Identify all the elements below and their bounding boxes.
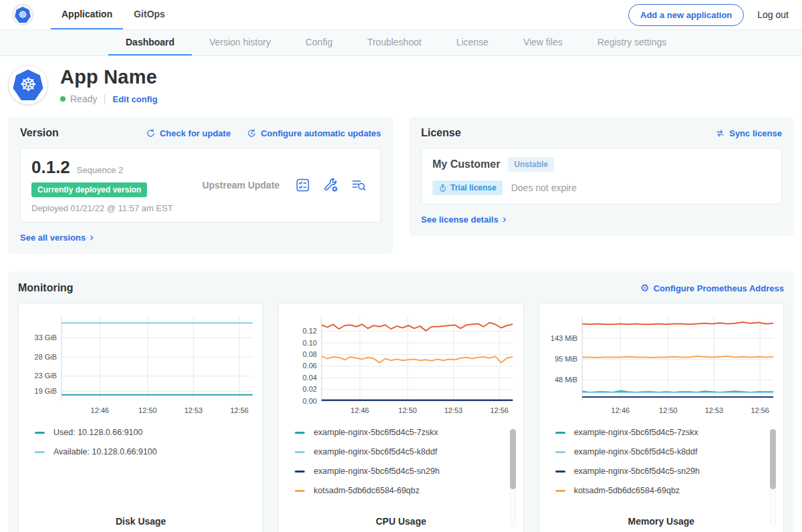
link-label: Configure automatic updates xyxy=(261,128,381,138)
scrollbar-thumb[interactable] xyxy=(510,429,516,489)
stopwatch-icon xyxy=(438,184,447,192)
legend-swatch xyxy=(555,432,565,434)
gear-icon: ⚙ xyxy=(640,283,649,293)
link-label: Check for update xyxy=(160,128,231,138)
app-sub-navbar: Dashboard Version history Config Trouble… xyxy=(0,29,802,56)
view-diff-icon[interactable] xyxy=(351,177,367,193)
chart-legend: example-nginx-5bc6f5d4c5-7zskxexample-ng… xyxy=(546,428,777,509)
subtab-label: View files xyxy=(523,37,563,47)
svg-text:0.04: 0.04 xyxy=(303,374,317,382)
tab-troubleshoot[interactable]: Troubleshoot xyxy=(350,30,438,55)
legend-scrollbar[interactable] xyxy=(510,429,516,527)
memory-usage-chart-card: 48 MiB95 MiB143 MiB12:4612:5012:5312:56 … xyxy=(539,303,784,532)
svg-text:12:46: 12:46 xyxy=(351,406,370,414)
svg-text:12:53: 12:53 xyxy=(444,406,463,414)
svg-text:12:46: 12:46 xyxy=(611,406,630,414)
legend-label: example-nginx-5bc6f5d4c5-sn29h xyxy=(574,467,700,476)
tab-view-files[interactable]: View files xyxy=(506,30,580,55)
configure-automatic-updates-link[interactable]: Configure automatic updates xyxy=(247,128,381,138)
svg-text:12:50: 12:50 xyxy=(398,406,417,414)
svg-text:0.12: 0.12 xyxy=(303,327,317,335)
svg-text:23 GiB: 23 GiB xyxy=(35,372,57,380)
nav-tab-gitops[interactable]: GitOps xyxy=(123,0,176,29)
tab-license[interactable]: License xyxy=(439,30,506,55)
disk-usage-chart[interactable]: 19 GiB23 GiB28 GiB33 GiB12:4612:5012:531… xyxy=(25,311,256,417)
trial-license-badge: Trial license xyxy=(432,180,503,195)
legend-swatch xyxy=(295,451,305,453)
version-source: Upstream Update xyxy=(187,180,295,190)
edit-config-link[interactable]: Edit config xyxy=(112,94,157,104)
legend-scrollbar[interactable] xyxy=(770,429,776,527)
sync-arrows-icon xyxy=(715,128,725,138)
subtab-label: Registry settings xyxy=(597,37,666,47)
see-all-versions-link[interactable]: See all versions › xyxy=(20,233,94,243)
nav-tab-application[interactable]: Application xyxy=(51,0,123,29)
legend-label: kotsadm-5db6dc6584-69qbz xyxy=(574,486,680,495)
check-for-update-link[interactable]: Check for update xyxy=(146,128,231,138)
chevron-right-icon: › xyxy=(90,233,94,242)
memory-usage-chart[interactable]: 48 MiB95 MiB143 MiB12:4612:5012:5312:56 xyxy=(546,311,777,417)
nav-tab-label: Application xyxy=(61,9,112,19)
license-expiry: Does not expire xyxy=(511,182,577,193)
svg-text:0.10: 0.10 xyxy=(303,339,317,347)
page-title: App Name xyxy=(60,66,158,88)
channel-badge: Unstable xyxy=(508,157,554,172)
legend-item: example-nginx-5bc6f5d4c5-k8ddf xyxy=(295,447,516,456)
subtab-label: Config xyxy=(305,37,332,47)
preflight-checks-icon[interactable] xyxy=(295,177,311,193)
link-label: Sync license xyxy=(729,128,782,138)
scrollbar-thumb[interactable] xyxy=(770,429,776,489)
chart-title: CPU Usage xyxy=(285,516,516,527)
legend-label: example-nginx-5bc6f5d4c5-k8ddf xyxy=(574,447,698,456)
svg-text:12:53: 12:53 xyxy=(704,406,723,414)
svg-text:0.06: 0.06 xyxy=(303,362,317,370)
legend-item: kotsadm-5db6dc6584-69qbz xyxy=(295,486,516,495)
legend-swatch xyxy=(555,471,565,473)
legend-swatch xyxy=(35,451,45,453)
disk-usage-chart-card: 19 GiB23 GiB28 GiB33 GiB12:4612:5012:531… xyxy=(18,303,263,532)
svg-text:12:46: 12:46 xyxy=(91,406,110,414)
edit-config-icon[interactable] xyxy=(323,177,339,193)
svg-text:95 MiB: 95 MiB xyxy=(555,355,577,363)
top-navbar: ☸ Application GitOps Add a new applicati… xyxy=(0,0,802,29)
configure-prometheus-link[interactable]: ⚙ Configure Prometheus Address xyxy=(640,283,784,293)
tab-version-history[interactable]: Version history xyxy=(192,30,288,55)
tab-dashboard[interactable]: Dashboard xyxy=(108,30,192,55)
link-label: Configure Prometheus Address xyxy=(654,283,784,293)
legend-item: Available: 10.128.0.66:9100 xyxy=(35,447,256,456)
link-label: See license details xyxy=(421,215,499,225)
svg-text:12:50: 12:50 xyxy=(659,406,678,414)
svg-text:0.08: 0.08 xyxy=(303,350,317,358)
status-dot-ready xyxy=(60,96,65,102)
badge-label: Trial license xyxy=(450,183,497,192)
monitoring-panel: Monitoring ⚙ Configure Prometheus Addres… xyxy=(8,271,794,532)
license-card: License Sync license My Customer Unstabl… xyxy=(409,117,794,236)
divider xyxy=(104,94,105,104)
svg-text:28 GiB: 28 GiB xyxy=(35,353,57,361)
legend-item: example-nginx-5bc6f5d4c5-sn29h xyxy=(295,467,516,476)
legend-item: example-nginx-5bc6f5d4c5-k8ddf xyxy=(555,447,777,456)
legend-label: example-nginx-5bc6f5d4c5-k8ddf xyxy=(313,447,437,456)
sync-license-link[interactable]: Sync license xyxy=(715,128,782,138)
legend-swatch xyxy=(295,471,305,473)
cpu-usage-chart[interactable]: 0.000.020.040.060.080.100.1212:4612:5012… xyxy=(285,311,516,417)
subtab-label: License xyxy=(456,37,489,47)
svg-text:0.00: 0.00 xyxy=(303,397,317,405)
kots-logo[interactable]: ☸ xyxy=(12,0,33,29)
license-card-title: License xyxy=(421,127,461,139)
see-license-details-link[interactable]: See license details › xyxy=(421,215,506,225)
nav-tab-label: GitOps xyxy=(134,9,165,19)
customer-name: My Customer xyxy=(432,158,500,170)
legend-label: example-nginx-5bc6f5d4c5-sn29h xyxy=(313,467,439,476)
legend-label: Available: 10.128.0.66:9100 xyxy=(53,447,157,456)
tab-registry-settings[interactable]: Registry settings xyxy=(580,30,684,55)
schedule-refresh-icon xyxy=(247,128,257,138)
logout-link[interactable]: Log out xyxy=(757,9,789,20)
svg-text:12:56: 12:56 xyxy=(491,406,509,414)
add-application-button[interactable]: Add a new application xyxy=(628,4,744,26)
tab-config[interactable]: Config xyxy=(288,30,350,55)
deployed-timestamp: Deployed 01/21/22 @ 11:57 am EST xyxy=(31,203,187,213)
svg-text:19 GiB: 19 GiB xyxy=(35,387,57,395)
subtab-label: Dashboard xyxy=(126,37,174,47)
legend-swatch xyxy=(295,432,305,434)
